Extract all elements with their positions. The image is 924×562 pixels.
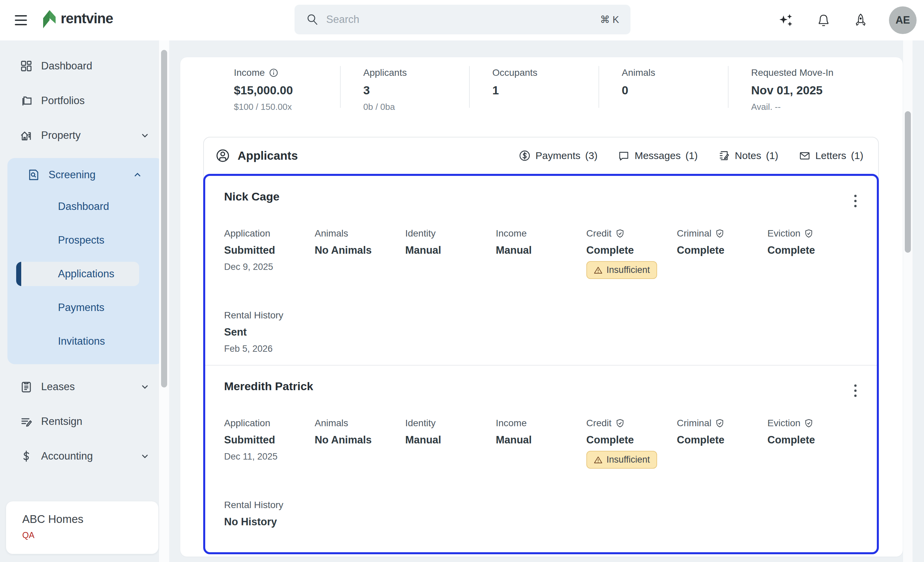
sidebar-item-screening[interactable]: Screening [8,163,164,187]
sidebar-scrollbar[interactable] [159,40,169,562]
chevron-down-icon [140,451,150,461]
application-detail-panel: Income $15,000.00 $100 / 150.00x Applica… [180,57,903,557]
sidebar-item-screening-invitations[interactable]: Invitations [8,329,164,354]
main-scrollbar-thumb[interactable] [905,111,911,253]
warning-triangle-icon [594,266,603,274]
screening-section: Screening Dashboard Prospects Applicatio… [8,158,164,364]
chevron-up-icon [132,170,142,180]
sidebar-subitem-label: Prospects [58,234,105,246]
dollar-icon [20,450,33,463]
sidebar-item-property[interactable]: Property [0,123,171,148]
stat-value: 1 [492,84,598,97]
notifications-bell-icon[interactable] [815,12,832,29]
tab-notes[interactable]: Notes(1) [718,150,778,162]
field-criminal: Criminal Complete [677,228,768,279]
shield-check-icon[interactable] [616,419,624,427]
field-animals: Animals No Animals [315,418,405,469]
warning-triangle-icon [594,456,603,464]
shield-check-icon[interactable] [804,229,813,238]
dashboard-grid-icon [20,59,33,73]
applicant-name: Meredith Patrick [224,380,858,393]
tab-count: (1) [766,150,778,161]
shield-check-icon[interactable] [716,419,724,427]
field-identity: Identity Manual [405,228,496,279]
sidebar-subitem-label: Applications [58,268,114,280]
sidebar-item-leases[interactable]: Leases [0,375,171,399]
shield-check-icon[interactable] [716,229,724,238]
sidebar-item-screening-dashboard[interactable]: Dashboard [8,195,164,219]
kebab-menu-icon[interactable] [849,383,862,398]
insufficient-badge: Insufficient [586,451,657,469]
rental-history-group: Rental History No History [224,500,858,528]
shield-check-icon[interactable] [804,419,813,427]
sidebar-item-screening-prospects[interactable]: Prospects [8,228,164,252]
organization-card[interactable]: ABC Homes QA [6,501,158,554]
tab-payments[interactable]: Payments(3) [519,150,597,162]
stat-requested-move-in: Requested Move-In Nov 01, 2025 Avail. -- [729,66,903,108]
sidebar-item-screening-applications[interactable]: Applications [16,262,139,286]
tab-letters[interactable]: Letters(1) [799,150,863,162]
sidebar-item-label: Property [41,129,81,141]
search-icon [306,13,319,26]
whats-new-rocket-icon[interactable] [852,12,869,29]
property-house-icon [20,129,33,142]
rental-history-group: Rental History Sent Feb 5, 2026 [224,310,858,354]
chevron-down-icon [140,130,150,141]
envelope-icon [799,150,811,162]
search-input[interactable] [326,13,593,25]
stat-value: 3 [363,84,469,97]
sidebar-item-dashboard[interactable]: Dashboard [0,54,171,78]
card-title: Applicants [238,149,298,162]
chevron-down-icon [140,382,150,392]
sidebar-item-label: Rentsign [41,415,82,427]
stat-income: Income $15,000.00 $100 / 150.00x [180,66,340,108]
stat-value: $15,000.00 [234,84,340,97]
sidebar-item-accounting[interactable]: Accounting [0,444,171,468]
stat-sub: $100 / 150.00x [234,102,340,112]
clipboard-icon [20,380,33,394]
ai-sparkles-icon[interactable] [778,12,795,29]
tab-messages[interactable]: Messages(1) [618,150,698,162]
applicants-selected-region: Nick Cage Application Submitted Dec 9, 2… [203,174,879,554]
sidebar-item-portfolios[interactable]: Portfolios [0,88,171,113]
sidebar-item-label: Portfolios [41,95,85,107]
applicant-row-meredith-patrick: Meredith Patrick Application Submitted D… [205,366,877,554]
sidebar-item-rentsign[interactable]: Rentsign [0,409,171,434]
stat-sub: 0b / 0ba [363,102,469,112]
environment-badge: QA [22,531,158,540]
sidebar-item-label: Screening [48,169,96,181]
stat-occupants: Occupants 1 [470,66,599,108]
sidebar-item-screening-payments[interactable]: Payments [8,295,164,320]
shield-check-icon[interactable] [616,229,624,238]
applicants-card-header: Applicants Payments(3) [204,138,878,174]
sidebar: Dashboard Portfolios Property [0,40,171,562]
field-eviction: Eviction Complete [767,228,858,279]
info-icon[interactable] [269,68,278,78]
sidebar-subitem-label: Payments [58,301,105,314]
search-bar[interactable]: ⌘ K [294,5,630,34]
tab-count: (3) [585,150,597,161]
sidebar-item-label: Leases [41,381,75,393]
search-shortcut-hint: ⌘ K [600,14,619,25]
active-indicator-bar [16,262,21,286]
notes-icon [718,150,730,162]
field-credit: Credit Complete [586,228,677,279]
field-identity: Identity Manual [405,418,496,469]
sidebar-item-label: Dashboard [41,60,92,72]
sidebar-scrollbar-thumb[interactable] [161,50,167,387]
brand-name: rentvine [61,10,113,27]
brand-logo[interactable]: rentvine [41,9,113,28]
organization-name: ABC Homes [22,513,158,526]
applicants-card: Applicants Payments(3) [203,137,879,554]
user-avatar[interactable]: AE [889,6,916,34]
summary-stats-row: Income $15,000.00 $100 / 150.00x Applica… [180,57,903,108]
tab-count: (1) [686,150,698,161]
kebab-menu-icon[interactable] [849,193,862,208]
screening-document-search-icon [27,168,40,181]
stat-sub: Avail. -- [751,102,903,112]
main-scrollbar[interactable] [903,40,912,562]
hamburger-menu-icon[interactable] [15,13,30,28]
field-eviction: Eviction Complete [767,418,858,469]
stat-animals: Animals 0 [599,66,729,108]
stat-value: 0 [622,84,728,97]
